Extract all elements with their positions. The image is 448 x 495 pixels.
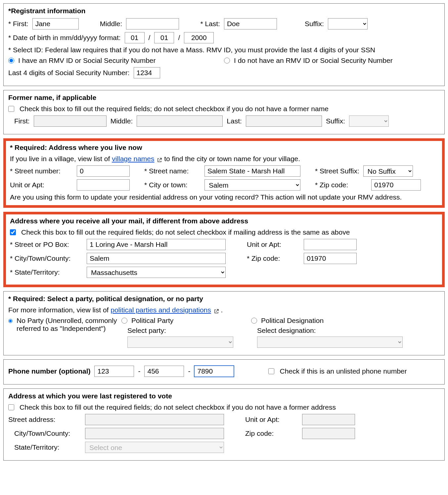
external-link-icon bbox=[214, 308, 219, 313]
suffix-label: Suffix: bbox=[305, 20, 324, 28]
last-input[interactable] bbox=[224, 18, 277, 29]
first-input[interactable] bbox=[32, 18, 79, 29]
ssn-label: Last 4 digits of Social Security Number: bbox=[8, 69, 130, 77]
city-label: * City or town: bbox=[144, 181, 201, 189]
mail-address-heading: Address where you receive all your mail,… bbox=[10, 217, 438, 225]
middle-label: Middle: bbox=[100, 20, 122, 28]
last-reg-heading: Address at which you were last registere… bbox=[8, 392, 440, 400]
phone-p1-input[interactable] bbox=[94, 366, 134, 377]
political-designation-radio[interactable] bbox=[251, 318, 257, 324]
zip-input[interactable] bbox=[371, 179, 421, 191]
street-num-input[interactable] bbox=[77, 165, 130, 177]
dob-label: * Date of birth in mm/dd/yyyy format: bbox=[8, 34, 121, 42]
former-name-check-label: Check this box to fill out the required … bbox=[20, 105, 329, 113]
phone-dash-1: - bbox=[138, 367, 140, 375]
last-zip-label: Zip code: bbox=[245, 429, 298, 437]
mail-address-section: Address where you receive all your mail,… bbox=[3, 212, 445, 287]
unit-label: Unit or Apt: bbox=[10, 181, 73, 189]
party-intro-pre: For more information, view list of bbox=[8, 306, 111, 314]
former-suffix-select[interactable] bbox=[349, 115, 389, 127]
last-unit-input[interactable] bbox=[302, 414, 355, 425]
last-reg-check-label: Check this box to fill out the required … bbox=[20, 403, 336, 411]
phone-p3-input[interactable] bbox=[194, 366, 234, 377]
ssn-input[interactable] bbox=[134, 67, 160, 78]
id-no-label: I do not have an RMV ID or Social Securi… bbox=[234, 57, 393, 65]
street-name-input[interactable] bbox=[204, 165, 300, 177]
street-suffix-label: * Street Suffix: bbox=[315, 167, 359, 175]
unlisted-checkbox[interactable] bbox=[268, 368, 274, 374]
live-intro-post: to find the city or town name for your v… bbox=[164, 155, 300, 162]
former-last-input[interactable] bbox=[246, 115, 322, 127]
id-no-radio[interactable] bbox=[224, 58, 230, 64]
mail-zip-input[interactable] bbox=[304, 253, 357, 264]
middle-input[interactable] bbox=[126, 18, 179, 29]
city-select[interactable]: Salem bbox=[204, 179, 300, 191]
last-unit-label: Unit or Apt: bbox=[245, 416, 298, 424]
select-designation-dropdown[interactable] bbox=[257, 337, 403, 348]
former-suffix-label: Suffix: bbox=[326, 117, 345, 125]
former-last-label: Last: bbox=[227, 117, 242, 125]
id-have-radio[interactable] bbox=[8, 58, 14, 64]
last-state-label: State/Territory: bbox=[14, 443, 81, 451]
last-state-select[interactable]: Select one bbox=[85, 442, 224, 453]
select-party-dropdown[interactable] bbox=[127, 337, 233, 348]
former-middle-label: Middle: bbox=[111, 117, 133, 125]
mail-state-select[interactable]: Massachusetts bbox=[87, 267, 226, 278]
dob-slash-1: / bbox=[149, 34, 151, 42]
phone-section: Phone number (optional) - - Check if thi… bbox=[3, 359, 445, 384]
dob-dd-input[interactable] bbox=[154, 32, 174, 43]
mail-check-label: Check this box to fill out the required … bbox=[21, 228, 350, 236]
first-label: * First: bbox=[8, 20, 28, 28]
last-reg-checkbox[interactable] bbox=[8, 404, 14, 410]
id-have-label: I have an RMV ID or Social Security Numb… bbox=[18, 57, 156, 65]
village-names-link[interactable]: village names bbox=[112, 155, 154, 162]
last-reg-section: Address at which you were last registere… bbox=[3, 388, 445, 461]
live-address-section: * Required: Address where you live now I… bbox=[3, 138, 445, 208]
phone-p2-input[interactable] bbox=[144, 366, 184, 377]
political-party-radio[interactable] bbox=[121, 318, 127, 324]
mail-city-input[interactable] bbox=[87, 253, 226, 264]
political-designation-label: Political Designation bbox=[261, 317, 324, 325]
mail-checkbox[interactable] bbox=[10, 229, 16, 235]
former-name-checkbox[interactable] bbox=[8, 106, 14, 112]
political-party-label: Political Party bbox=[131, 317, 173, 325]
party-heading: * Required: Select a party, political de… bbox=[8, 295, 440, 303]
live-intro-pre: If you live in a village, view list of bbox=[10, 155, 112, 162]
former-middle-input[interactable] bbox=[137, 115, 223, 127]
suffix-select[interactable] bbox=[328, 18, 368, 29]
zip-label: * Zip code: bbox=[315, 181, 367, 189]
select-party-label: Select party: bbox=[121, 327, 166, 335]
phone-label: Phone number (optional) bbox=[8, 367, 90, 375]
party-section: * Required: Select a party, political de… bbox=[3, 291, 445, 355]
last-street-input[interactable] bbox=[85, 414, 224, 425]
dob-yyyy-input[interactable] bbox=[184, 32, 214, 43]
live-address-heading: * Required: Address where you live now bbox=[10, 144, 438, 152]
mail-city-label: * City/Town/County: bbox=[10, 254, 83, 262]
update-question: Are you using this form to update your r… bbox=[10, 193, 438, 201]
street-name-label: * Street name: bbox=[144, 167, 201, 175]
unlisted-label: Check if this is an unlisted phone numbe… bbox=[280, 367, 407, 375]
id-intro: * Select ID: Federal law requires that i… bbox=[8, 46, 375, 54]
unit-input[interactable] bbox=[77, 179, 130, 191]
mail-state-label: * State/Territory: bbox=[10, 268, 83, 276]
street-suffix-select[interactable]: No Suffix bbox=[363, 165, 413, 177]
last-city-input[interactable] bbox=[85, 428, 224, 439]
mail-zip-label: * Zip code: bbox=[247, 254, 300, 262]
last-zip-input[interactable] bbox=[302, 428, 355, 439]
dob-mm-input[interactable] bbox=[125, 32, 145, 43]
no-party-label: No Party (Unenrolled, commonly referred … bbox=[17, 317, 117, 333]
last-label: * Last: bbox=[200, 20, 220, 28]
phone-dash-2: - bbox=[188, 367, 190, 375]
mail-street-label: * Street or PO Box: bbox=[10, 241, 83, 248]
dob-slash-2: / bbox=[178, 34, 180, 42]
former-name-heading: Former name, if applicable bbox=[8, 94, 440, 102]
party-intro-post: . bbox=[221, 306, 223, 314]
mail-street-input[interactable] bbox=[87, 239, 226, 250]
last-street-label: Street address: bbox=[8, 416, 81, 424]
no-party-radio[interactable] bbox=[8, 318, 13, 324]
party-link[interactable]: political parties and designations bbox=[111, 306, 211, 314]
registrant-heading: *Registrant information bbox=[8, 7, 440, 15]
former-name-section: Former name, if applicable Check this bo… bbox=[3, 90, 445, 134]
former-first-input[interactable] bbox=[34, 115, 107, 127]
mail-unit-input[interactable] bbox=[304, 239, 357, 250]
